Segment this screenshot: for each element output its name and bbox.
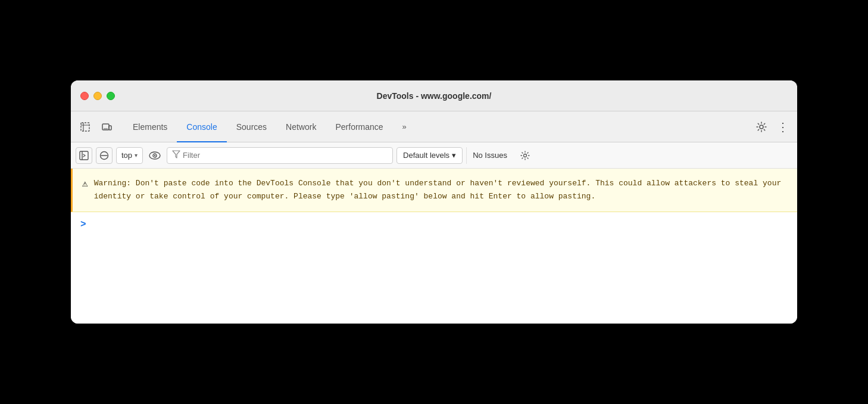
tabs-right-icons: ⋮ — [752, 117, 792, 136]
show-sidebar-button[interactable] — [76, 147, 92, 164]
svg-rect-0 — [81, 123, 89, 131]
maximize-button[interactable] — [107, 92, 115, 100]
more-tabs-icon: » — [402, 122, 407, 131]
live-expressions-button[interactable] — [146, 147, 163, 164]
console-area: ⚠️ Warning: Don't paste code into the De… — [71, 169, 797, 324]
filter-input-wrap[interactable] — [167, 147, 393, 164]
tab-console[interactable]: Console — [177, 112, 226, 142]
minimize-button[interactable] — [93, 92, 102, 100]
filter-svg-icon — [172, 150, 180, 159]
tab-performance[interactable]: Performance — [326, 112, 392, 142]
console-gear-icon — [520, 151, 530, 160]
no-issues-badge[interactable]: No Issues — [466, 147, 513, 164]
tab-sources[interactable]: Sources — [227, 112, 276, 142]
devtools-window: DevTools - www.google.com/ El — [71, 80, 797, 324]
svg-point-15 — [523, 154, 526, 157]
svg-rect-4 — [109, 126, 111, 130]
svg-marker-14 — [173, 151, 180, 158]
window-title: DevTools - www.google.com/ — [377, 91, 492, 101]
settings-button[interactable] — [752, 117, 771, 136]
tab-icon-group — [76, 117, 116, 136]
warning-triangle-icon: ⚠️ — [82, 178, 88, 189]
inspect-icon — [80, 122, 90, 132]
clear-icon — [99, 151, 109, 160]
more-options-button[interactable]: ⋮ — [773, 117, 792, 136]
svg-point-6 — [760, 125, 763, 129]
eye-icon — [149, 151, 161, 160]
log-levels-dropdown[interactable]: Default levels ▾ — [396, 147, 463, 164]
device-toolbar-button[interactable] — [97, 117, 116, 136]
console-input[interactable] — [91, 220, 788, 229]
gear-icon — [756, 122, 767, 132]
tab-elements[interactable]: Elements — [123, 112, 177, 142]
tab-network[interactable]: Network — [276, 112, 326, 142]
tab-more[interactable]: » — [393, 112, 416, 142]
close-button[interactable] — [80, 92, 89, 100]
console-prompt: > — [71, 212, 797, 237]
warning-text: Warning: Don't paste code into the DevTo… — [94, 177, 788, 203]
title-bar: DevTools - www.google.com/ — [71, 80, 797, 111]
sidebar-icon — [79, 151, 89, 160]
prompt-chevron-icon: > — [80, 219, 86, 230]
warning-message: ⚠️ Warning: Don't paste code into the De… — [71, 169, 797, 212]
svg-rect-7 — [80, 151, 88, 160]
tabs-list: Elements Console Sources Network Perform… — [123, 111, 752, 142]
context-selector[interactable]: top ▾ — [116, 147, 143, 164]
tabs-bar: Elements Console Sources Network Perform… — [71, 111, 797, 142]
svg-point-13 — [154, 154, 155, 156]
device-icon — [101, 122, 112, 132]
dropdown-arrow-icon: ▾ — [135, 152, 138, 159]
console-settings-button[interactable] — [517, 147, 533, 164]
console-toolbar: top ▾ Default levels ▾ No Issues — [71, 142, 797, 169]
inspect-element-button[interactable] — [76, 117, 95, 136]
traffic-lights — [80, 92, 115, 100]
filter-icon — [172, 150, 180, 160]
clear-console-button[interactable] — [96, 147, 113, 164]
filter-input[interactable] — [183, 151, 388, 160]
